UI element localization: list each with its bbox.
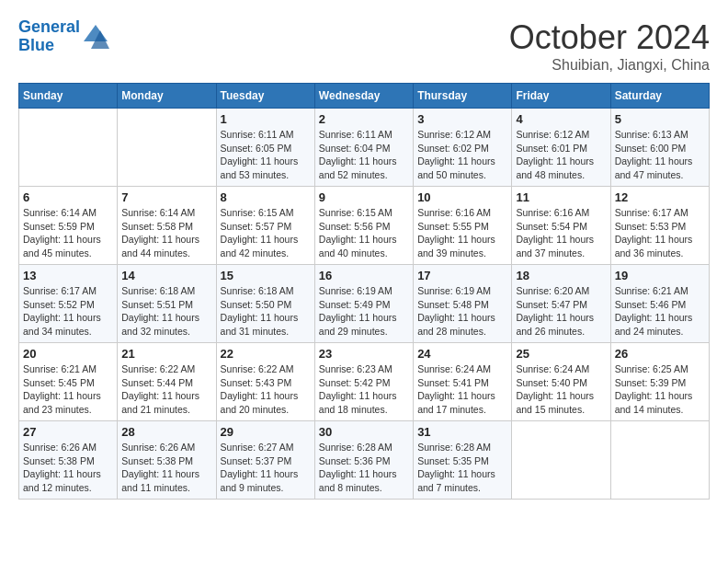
calendar-day-cell: 3Sunrise: 6:12 AM Sunset: 6:02 PM Daylig…: [414, 109, 512, 187]
day-number: 6: [23, 190, 113, 204]
calendar-day-cell: 16Sunrise: 6:19 AM Sunset: 5:49 PM Dayli…: [314, 265, 413, 343]
day-info: Sunrise: 6:28 AM Sunset: 5:35 PM Dayligh…: [417, 441, 507, 495]
day-number: 3: [417, 112, 507, 126]
calendar-week-row: 20Sunrise: 6:21 AM Sunset: 5:45 PM Dayli…: [19, 343, 710, 421]
weekday-header: Saturday: [610, 84, 709, 109]
day-number: 27: [23, 425, 113, 439]
day-info: Sunrise: 6:21 AM Sunset: 5:46 PM Dayligh…: [615, 284, 705, 339]
calendar-day-cell: 15Sunrise: 6:18 AM Sunset: 5:50 PM Dayli…: [216, 265, 314, 343]
weekday-header: Thursday: [414, 84, 512, 109]
day-number: 24: [417, 347, 507, 361]
day-info: Sunrise: 6:26 AM Sunset: 5:38 PM Dayligh…: [121, 441, 211, 495]
day-number: 9: [319, 190, 409, 204]
day-number: 5: [615, 112, 705, 126]
day-info: Sunrise: 6:27 AM Sunset: 5:37 PM Dayligh…: [221, 441, 311, 495]
day-info: Sunrise: 6:21 AM Sunset: 5:45 PM Dayligh…: [23, 362, 113, 417]
day-number: 17: [417, 269, 507, 282]
day-info: Sunrise: 6:18 AM Sunset: 5:50 PM Dayligh…: [221, 284, 311, 339]
month-title: October 2024: [509, 18, 710, 57]
location-subtitle: Shuibian, Jiangxi, China: [509, 57, 710, 74]
day-number: 29: [221, 425, 311, 439]
weekday-header: Wednesday: [314, 84, 413, 109]
calendar-day-cell: 31Sunrise: 6:28 AM Sunset: 5:35 PM Dayli…: [414, 421, 512, 500]
day-info: Sunrise: 6:26 AM Sunset: 5:38 PM Dayligh…: [23, 441, 113, 495]
day-info: Sunrise: 6:14 AM Sunset: 5:59 PM Dayligh…: [23, 206, 113, 260]
calendar-day-cell: 17Sunrise: 6:19 AM Sunset: 5:48 PM Dayli…: [414, 265, 512, 343]
day-number: 25: [516, 347, 606, 361]
calendar-day-cell: 1Sunrise: 6:11 AM Sunset: 6:05 PM Daylig…: [216, 109, 314, 187]
day-info: Sunrise: 6:12 AM Sunset: 6:01 PM Dayligh…: [516, 128, 606, 182]
day-info: Sunrise: 6:18 AM Sunset: 5:51 PM Dayligh…: [121, 284, 211, 339]
logo-text: GeneralBlue: [18, 18, 80, 55]
day-number: 11: [516, 190, 606, 204]
calendar-day-cell: 13Sunrise: 6:17 AM Sunset: 5:52 PM Dayli…: [19, 265, 118, 343]
day-info: Sunrise: 6:22 AM Sunset: 5:43 PM Dayligh…: [221, 362, 311, 417]
day-number: 2: [319, 112, 409, 126]
calendar-day-cell: 5Sunrise: 6:13 AM Sunset: 6:00 PM Daylig…: [610, 109, 709, 187]
day-number: 18: [516, 269, 606, 282]
day-info: Sunrise: 6:14 AM Sunset: 5:58 PM Dayligh…: [121, 206, 211, 260]
logo-icon: [82, 23, 109, 51]
day-info: Sunrise: 6:19 AM Sunset: 5:49 PM Dayligh…: [319, 284, 409, 339]
day-info: Sunrise: 6:13 AM Sunset: 6:00 PM Dayligh…: [615, 128, 705, 182]
calendar-header-row: SundayMondayTuesdayWednesdayThursdayFrid…: [19, 84, 710, 109]
day-number: 13: [23, 269, 113, 282]
day-number: 26: [615, 347, 705, 361]
day-info: Sunrise: 6:23 AM Sunset: 5:42 PM Dayligh…: [319, 362, 409, 417]
calendar-day-cell: 2Sunrise: 6:11 AM Sunset: 6:04 PM Daylig…: [314, 109, 413, 187]
day-number: 8: [221, 190, 311, 204]
day-number: 23: [319, 347, 409, 361]
logo: GeneralBlue: [18, 18, 109, 55]
calendar-day-cell: [19, 109, 118, 187]
calendar-day-cell: 12Sunrise: 6:17 AM Sunset: 5:53 PM Dayli…: [610, 187, 709, 265]
calendar-day-cell: 23Sunrise: 6:23 AM Sunset: 5:42 PM Dayli…: [314, 343, 413, 421]
calendar-week-row: 6Sunrise: 6:14 AM Sunset: 5:59 PM Daylig…: [19, 187, 710, 265]
calendar-day-cell: [610, 421, 709, 500]
weekday-header: Monday: [118, 84, 216, 109]
calendar-day-cell: 26Sunrise: 6:25 AM Sunset: 5:39 PM Dayli…: [610, 343, 709, 421]
calendar-day-cell: 20Sunrise: 6:21 AM Sunset: 5:45 PM Dayli…: [19, 343, 118, 421]
day-info: Sunrise: 6:22 AM Sunset: 5:44 PM Dayligh…: [121, 362, 211, 417]
day-number: 22: [221, 347, 311, 361]
calendar-day-cell: [512, 421, 610, 500]
calendar-day-cell: 28Sunrise: 6:26 AM Sunset: 5:38 PM Dayli…: [118, 421, 216, 500]
day-info: Sunrise: 6:17 AM Sunset: 5:52 PM Dayligh…: [23, 284, 113, 339]
day-number: 15: [221, 269, 311, 282]
day-info: Sunrise: 6:19 AM Sunset: 5:48 PM Dayligh…: [417, 284, 507, 339]
calendar-day-cell: 30Sunrise: 6:28 AM Sunset: 5:36 PM Dayli…: [314, 421, 413, 500]
calendar-day-cell: 21Sunrise: 6:22 AM Sunset: 5:44 PM Dayli…: [118, 343, 216, 421]
day-number: 1: [221, 112, 311, 126]
weekday-header: Tuesday: [216, 84, 314, 109]
day-number: 16: [319, 269, 409, 282]
calendar-day-cell: 10Sunrise: 6:16 AM Sunset: 5:55 PM Dayli…: [414, 187, 512, 265]
day-number: 19: [615, 269, 705, 282]
calendar-day-cell: 29Sunrise: 6:27 AM Sunset: 5:37 PM Dayli…: [216, 421, 314, 500]
day-number: 31: [417, 425, 507, 439]
calendar-day-cell: 24Sunrise: 6:24 AM Sunset: 5:41 PM Dayli…: [414, 343, 512, 421]
day-info: Sunrise: 6:15 AM Sunset: 5:57 PM Dayligh…: [221, 206, 311, 260]
calendar-day-cell: 25Sunrise: 6:24 AM Sunset: 5:40 PM Dayli…: [512, 343, 610, 421]
day-info: Sunrise: 6:17 AM Sunset: 5:53 PM Dayligh…: [615, 206, 705, 260]
day-info: Sunrise: 6:12 AM Sunset: 6:02 PM Dayligh…: [417, 128, 507, 182]
day-number: 14: [121, 269, 211, 282]
calendar-week-row: 1Sunrise: 6:11 AM Sunset: 6:05 PM Daylig…: [19, 109, 710, 187]
day-info: Sunrise: 6:11 AM Sunset: 6:05 PM Dayligh…: [221, 128, 311, 182]
day-number: 4: [516, 112, 606, 126]
day-number: 30: [319, 425, 409, 439]
calendar-day-cell: 7Sunrise: 6:14 AM Sunset: 5:58 PM Daylig…: [118, 187, 216, 265]
day-info: Sunrise: 6:25 AM Sunset: 5:39 PM Dayligh…: [615, 362, 705, 417]
page-header: GeneralBlue October 2024 Shuibian, Jiang…: [18, 18, 710, 74]
calendar-day-cell: 9Sunrise: 6:15 AM Sunset: 5:56 PM Daylig…: [314, 187, 413, 265]
day-info: Sunrise: 6:28 AM Sunset: 5:36 PM Dayligh…: [319, 441, 409, 495]
calendar-week-row: 13Sunrise: 6:17 AM Sunset: 5:52 PM Dayli…: [19, 265, 710, 343]
calendar-day-cell: 19Sunrise: 6:21 AM Sunset: 5:46 PM Dayli…: [610, 265, 709, 343]
title-block: October 2024 Shuibian, Jiangxi, China: [509, 18, 710, 74]
day-info: Sunrise: 6:16 AM Sunset: 5:55 PM Dayligh…: [417, 206, 507, 260]
day-info: Sunrise: 6:24 AM Sunset: 5:41 PM Dayligh…: [417, 362, 507, 417]
weekday-header: Friday: [512, 84, 610, 109]
day-number: 12: [615, 190, 705, 204]
calendar-week-row: 27Sunrise: 6:26 AM Sunset: 5:38 PM Dayli…: [19, 421, 710, 500]
day-info: Sunrise: 6:15 AM Sunset: 5:56 PM Dayligh…: [319, 206, 409, 260]
calendar-day-cell: 6Sunrise: 6:14 AM Sunset: 5:59 PM Daylig…: [19, 187, 118, 265]
calendar-day-cell: 14Sunrise: 6:18 AM Sunset: 5:51 PM Dayli…: [118, 265, 216, 343]
